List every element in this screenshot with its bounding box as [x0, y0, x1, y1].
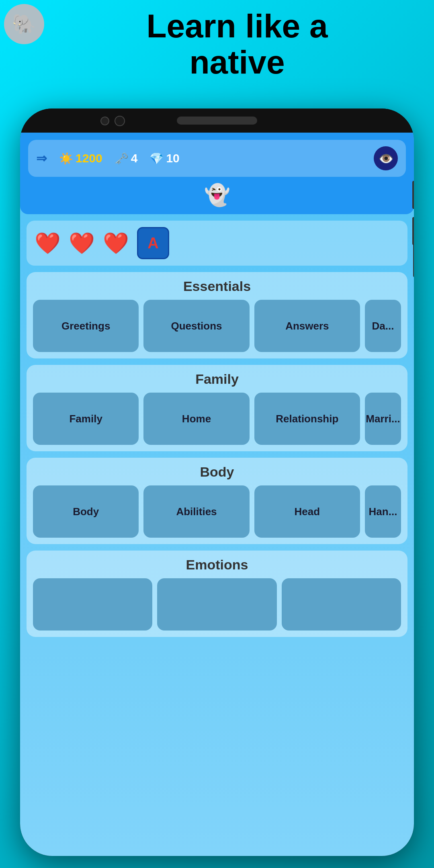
- phone-notch: [20, 108, 414, 133]
- heart-2: ❤️: [69, 231, 95, 256]
- mascot-face: 🐘: [12, 13, 36, 35]
- gem-value: 10: [166, 151, 179, 165]
- cell-body[interactable]: Body: [33, 485, 139, 538]
- camera-right: [115, 116, 125, 126]
- headline-line1: Learn like a: [146, 8, 328, 44]
- section-essentials-title: Essentials: [33, 278, 401, 294]
- headline-line2: native: [190, 44, 285, 80]
- cell-greetings[interactable]: Greetings: [33, 300, 139, 352]
- app-header: ⇒ ☀️ 1200 🗝️ 4 💎 10: [20, 133, 414, 214]
- ghost-row: 👻: [28, 181, 406, 209]
- power-button: [413, 237, 414, 277]
- cell-questions[interactable]: Questions: [143, 300, 249, 352]
- key-value: 4: [131, 151, 138, 165]
- volume-up-button: [412, 181, 414, 209]
- speaker: [177, 117, 257, 125]
- xp-stat: ☀️ 1200: [59, 151, 102, 165]
- content-area: ❤️ ❤️ ❤️ A Essentials Greetings Question…: [20, 214, 414, 650]
- phone-frame: ⇒ ☀️ 1200 🗝️ 4 💎 10: [20, 108, 414, 856]
- cell-days-partial[interactable]: Da...: [365, 300, 401, 352]
- section-emotions-title: Emotions: [33, 557, 401, 573]
- essentials-grid: Greetings Questions Answers Da...: [33, 300, 401, 352]
- heart-1: ❤️: [35, 231, 61, 256]
- cell-family[interactable]: Family: [33, 393, 139, 445]
- app-screen: ⇒ ☀️ 1200 🗝️ 4 💎 10: [20, 133, 414, 856]
- cell-head[interactable]: Head: [254, 485, 360, 538]
- gem-stat: 💎 10: [149, 151, 179, 165]
- cell-emotions-2[interactable]: [157, 578, 276, 631]
- family-grid: Family Home Relationship Marri...: [33, 393, 401, 445]
- letter-value: A: [147, 235, 158, 252]
- xp-value: 1200: [76, 151, 102, 165]
- section-body: Body Body Abilities Head Han...: [27, 458, 407, 544]
- cell-home[interactable]: Home: [143, 393, 249, 445]
- eye-icon: 👁️: [379, 151, 393, 166]
- ghost-icon: 👻: [204, 183, 230, 207]
- key-icon: 🗝️: [115, 152, 129, 165]
- mascot: 🐘: [4, 4, 52, 52]
- cell-marriage-partial[interactable]: Marri...: [365, 393, 401, 445]
- heart-3: ❤️: [103, 231, 129, 256]
- letter-block[interactable]: A: [137, 227, 169, 259]
- cell-emotions-1[interactable]: [33, 578, 152, 631]
- section-body-title: Body: [33, 464, 401, 480]
- headline: Learn like a native: [60, 8, 414, 80]
- cell-relationship[interactable]: Relationship: [254, 393, 360, 445]
- gem-icon: 💎: [149, 152, 164, 165]
- lives-card: ❤️ ❤️ ❤️ A: [27, 221, 407, 266]
- camera-left: [100, 117, 109, 125]
- eye-button[interactable]: 👁️: [374, 146, 398, 170]
- section-emotions: Emotions: [27, 551, 407, 637]
- section-family-title: Family: [33, 371, 401, 387]
- cell-answers[interactable]: Answers: [254, 300, 360, 352]
- cell-abilities[interactable]: Abilities: [143, 485, 249, 538]
- section-essentials: Essentials Greetings Questions Answers D…: [27, 272, 407, 358]
- cell-emotions-3[interactable]: [282, 578, 401, 631]
- section-family: Family Family Home Relationship Marri...: [27, 365, 407, 451]
- sun-icon: ☀️: [59, 152, 73, 165]
- emotions-grid: [33, 578, 401, 631]
- arrows-icon: ⇒: [36, 151, 47, 166]
- body-grid: Body Abilities Head Han...: [33, 485, 401, 538]
- stats-card: ⇒ ☀️ 1200 🗝️ 4 💎 10: [28, 140, 406, 177]
- key-stat: 🗝️ 4: [115, 151, 138, 165]
- cell-hands-partial[interactable]: Han...: [365, 485, 401, 538]
- arrows-stat: ⇒: [36, 151, 47, 166]
